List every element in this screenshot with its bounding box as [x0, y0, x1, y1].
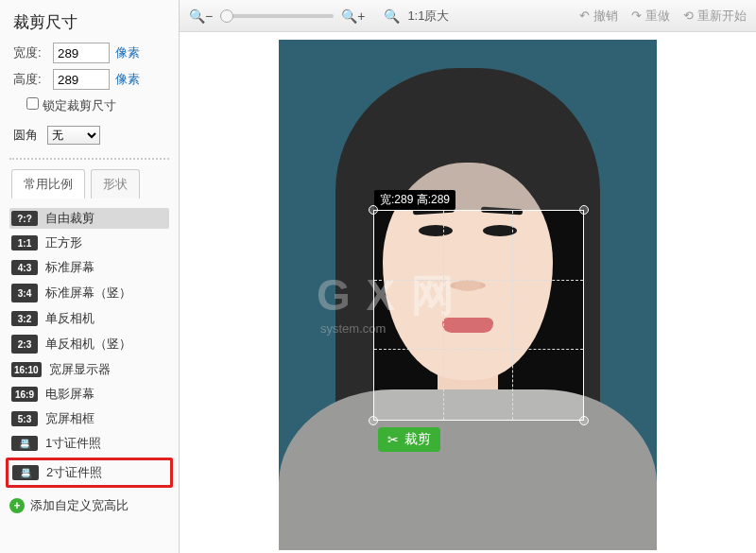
canvas[interactable]: G X 网 system.com 宽:289 高:289 ✂ [180, 32, 756, 553]
zoom-slider[interactable] [220, 14, 334, 18]
scissor-icon: ✂ [387, 432, 399, 447]
ratio-label: 正方形 [45, 234, 82, 251]
crop-mask [279, 421, 657, 550]
height-unit[interactable]: 像素 [115, 71, 140, 88]
crop-handle-tl[interactable] [369, 205, 378, 215]
ratio-label: 标准屏幕 [45, 259, 94, 276]
ratio-tabs: 常用比例 形状 [11, 169, 169, 199]
ratio-badge: ?:? [11, 211, 38, 226]
divider [9, 158, 169, 160]
ratio-5-3[interactable]: 5:3 宽屏相框 [9, 408, 169, 429]
restart-icon: ⟲ [683, 9, 694, 23]
zoom-actual-icon[interactable]: 🔍 [384, 9, 400, 24]
ratio-2-3[interactable]: 2:3 单反相机（竖） [9, 333, 169, 355]
round-label: 圆角 [13, 127, 38, 144]
ratio-label: 宽屏相框 [45, 410, 94, 427]
ratio-label: 1寸证件照 [45, 435, 101, 452]
ratio-badge: 4:3 [11, 260, 38, 275]
restart-button[interactable]: ⟲ 重新开始 [683, 8, 747, 25]
round-corner-row: 圆角 无 [13, 126, 169, 145]
zoom-in-icon[interactable]: 🔍+ [341, 9, 365, 24]
ratio-badge: 16:10 [11, 362, 42, 377]
ratio-16-10[interactable]: 16:10 宽屏显示器 [9, 359, 169, 380]
sidebar: 裁剪尺寸 宽度: 像素 高度: 像素 锁定裁剪尺寸 圆角 无 常用比例 形状 ?… [0, 0, 180, 553]
ratio-free[interactable]: ?:? 自由裁剪 [9, 208, 169, 229]
crop-handle-bl[interactable] [369, 416, 378, 425]
width-unit[interactable]: 像素 [115, 44, 140, 61]
add-custom-ratio[interactable]: + 添加自定义宽高比 [9, 497, 169, 514]
main-area: 🔍− 🔍+ 🔍 1:1原大 ↶ 撤销 ↷ 重做 ⟲ 重新开始 [180, 0, 756, 553]
width-input[interactable] [53, 43, 110, 63]
undo-icon: ↶ [579, 9, 590, 23]
id-photo-icon: 📇 [11, 436, 38, 451]
ratio-3-4[interactable]: 3:4 标准屏幕（竖） [9, 282, 169, 304]
ratio-label: 单反相机（竖） [45, 336, 131, 353]
height-input[interactable] [53, 69, 110, 90]
crop-mask [584, 210, 657, 421]
tab-common-ratio[interactable]: 常用比例 [11, 169, 85, 199]
zoom-label[interactable]: 1:1原大 [407, 8, 449, 25]
ratio-label: 标准屏幕（竖） [45, 285, 131, 302]
ratio-list: ?:? 自由裁剪 1:1 正方形 4:3 标准屏幕 3:4 标准屏幕（竖） 3:… [9, 208, 169, 514]
id-photo-icon: 📇 [12, 465, 39, 480]
zoom-out-icon[interactable]: 🔍− [189, 9, 213, 24]
ratio-16-9[interactable]: 16:9 电影屏幕 [9, 384, 169, 405]
highlighted-option: 📇 2寸证件照 [6, 458, 173, 488]
ratio-label: 单反相机 [45, 310, 94, 327]
crop-mask [279, 40, 657, 210]
lock-row: 锁定裁剪尺寸 [26, 97, 169, 114]
round-select[interactable]: 无 [47, 126, 100, 145]
ratio-label: 电影屏幕 [45, 386, 94, 403]
crop-dimensions-label: 宽:289 高:289 [374, 190, 455, 210]
ratio-4-3[interactable]: 4:3 标准屏幕 [9, 257, 169, 278]
ratio-badge: 5:3 [11, 411, 38, 426]
grid-line [374, 349, 583, 350]
crop-size-title: 裁剪尺寸 [13, 11, 169, 33]
crop-box[interactable]: 宽:289 高:289 ✂ 裁剪 [373, 210, 584, 421]
grid-line [374, 280, 583, 281]
ratio-badge: 2:3 [11, 335, 38, 354]
crop-mask [279, 210, 373, 421]
ratio-badge: 1:1 [11, 235, 38, 251]
add-custom-label: 添加自定义宽高比 [30, 497, 129, 514]
crop-handle-br[interactable] [579, 416, 589, 425]
ratio-square[interactable]: 1:1 正方形 [9, 233, 169, 253]
height-row: 高度: 像素 [13, 69, 169, 90]
height-label: 高度: [13, 71, 47, 88]
ratio-1inch-id[interactable]: 📇 1寸证件照 [9, 433, 169, 454]
width-row: 宽度: 像素 [13, 43, 169, 63]
ratio-badge: 3:2 [11, 311, 38, 326]
ratio-badge: 16:9 [11, 387, 38, 402]
tab-shape[interactable]: 形状 [91, 169, 140, 199]
zoom-slider-thumb[interactable] [220, 9, 233, 23]
lock-label[interactable]: 锁定裁剪尺寸 [43, 98, 116, 112]
ratio-label: 宽屏显示器 [49, 361, 111, 378]
crop-button[interactable]: ✂ 裁剪 [378, 427, 440, 452]
redo-icon: ↷ [631, 9, 642, 23]
redo-button[interactable]: ↷ 重做 [631, 8, 670, 25]
toolbar: 🔍− 🔍+ 🔍 1:1原大 ↶ 撤销 ↷ 重做 ⟲ 重新开始 [180, 0, 756, 32]
ratio-badge: 3:4 [11, 284, 38, 302]
photo-preview: G X 网 system.com 宽:289 高:289 ✂ [279, 40, 657, 550]
crop-handle-tr[interactable] [579, 205, 589, 215]
width-label: 宽度: [13, 44, 47, 61]
grid-line [443, 211, 444, 420]
ratio-label: 自由裁剪 [45, 210, 94, 227]
plus-icon: + [9, 498, 25, 513]
ratio-label: 2寸证件照 [46, 464, 102, 481]
ratio-2inch-id[interactable]: 📇 2寸证件照 [10, 462, 168, 483]
ratio-3-2[interactable]: 3:2 单反相机 [9, 308, 169, 329]
undo-button[interactable]: ↶ 撤销 [579, 8, 618, 25]
grid-line [512, 211, 513, 420]
lock-checkbox[interactable] [26, 97, 39, 110]
